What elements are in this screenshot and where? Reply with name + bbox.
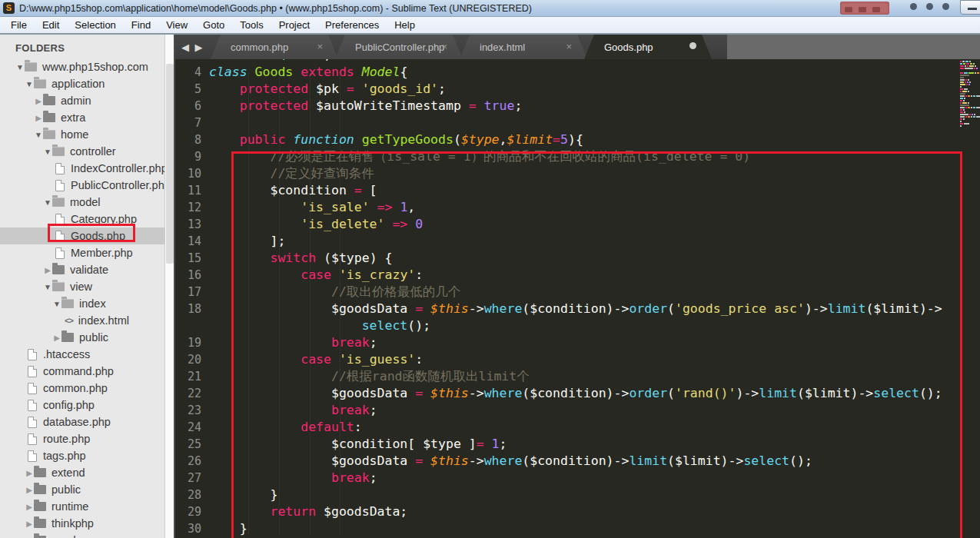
tree-folder-public[interactable]: ▶public [0,329,175,346]
tree-item-label: controller [70,145,116,158]
tree-file-config.php[interactable]: config.php [0,397,175,413]
line-number: 6 [175,98,209,115]
editor-column: ◀ ▶ common.php×PublicController.php×inde… [175,35,980,538]
line-number: 4 [175,64,209,81]
file-icon [28,400,37,411]
minimap-line [960,86,980,88]
tree-folder-application[interactable]: ▼application [0,75,175,92]
menu-item-find[interactable]: Find [124,17,158,33]
tab-common.php[interactable]: common.php× [211,35,338,59]
tree-file-category.php[interactable]: Category.php [0,211,175,227]
chevron-expanded-icon[interactable]: ▼ [52,300,61,308]
tree-file-route.php[interactable]: route.php [0,430,175,447]
chevron-collapsed-icon[interactable]: ▶ [43,266,52,274]
menu-item-tools[interactable]: Tools [232,17,271,33]
minimize-button[interactable] [960,0,980,15]
tree-file-member.php[interactable]: Member.php [0,244,175,261]
chevron-collapsed-icon[interactable]: ▶ [34,97,43,105]
chevron-expanded-icon[interactable]: ▼ [43,283,52,291]
tree-folder-controller[interactable]: ▼controller [0,143,175,160]
tree-folder-thinkphp[interactable]: ▶thinkphp [0,515,175,532]
sublime-logo-icon: S [3,2,15,14]
chevron-collapsed-icon[interactable]: ▶ [52,334,61,342]
tree-folder-model[interactable]: ▼model [0,194,175,211]
tree-file-publiccontroller.php[interactable]: PublicController.php [0,177,175,194]
tree-folder-runtime[interactable]: ▶runtime [0,498,175,515]
tree-file-common.php[interactable]: common.php [0,380,175,397]
chevron-collapsed-icon[interactable]: ▶ [25,486,34,494]
chevron-expanded-icon[interactable]: ▼ [43,148,52,156]
menu-item-project[interactable]: Project [271,17,317,33]
tree-folder-extra[interactable]: ▶extra [0,109,175,126]
tab-close-icon[interactable]: × [566,41,572,52]
menu-item-selection[interactable]: Selection [67,17,123,33]
tree-folder-admin[interactable]: ▶admin [0,92,175,109]
menu-item-edit[interactable]: Edit [35,17,67,33]
window-title: D:\www.php15shop.com\application\home\mo… [19,3,532,14]
code-editor[interactable]: 3use think\Model;4class Goods extends Mo… [175,59,980,538]
code-line: 28 } [175,487,942,503]
tree-folder-extend[interactable]: ▶extend [0,464,175,481]
tree-item-label: public [51,483,81,496]
titlebar-overlay-icons[interactable] [910,3,949,10]
code-line: 4class Goods extends Model{ [175,64,942,81]
chevron-collapsed-icon[interactable]: ▶ [25,503,34,511]
tab-publiccontroller.php[interactable]: PublicController.php× [335,35,463,59]
chevron-collapsed-icon[interactable]: ▶ [25,520,34,528]
menu-item-preferences[interactable]: Preferences [317,17,387,33]
tree-item-label: model [70,196,101,208]
tab-close-icon[interactable]: × [317,41,323,52]
tree-file-index.html[interactable]: <>index.html [0,312,175,329]
code-line: 15 switch ($type) { [175,250,942,267]
code-text: //必须是正在销售（is_sale = 1）的商品和不在回收站的商品(is_de… [209,149,750,164]
minimap-line [960,91,980,92]
tree-item-label: runtime [51,500,88,513]
menu-item-file[interactable]: File [3,17,35,33]
folder-icon [52,198,65,207]
menu-item-view[interactable]: View [158,17,195,33]
tree-folder-view[interactable]: ▼view [0,278,175,295]
tree-file-indexcontroller.php[interactable]: IndexController.php [0,160,175,177]
sidebar-scrollbar-thumb[interactable] [166,64,174,264]
tree-file-command.php[interactable]: command.php [0,363,175,380]
chevron-expanded-icon[interactable]: ▼ [25,80,34,88]
chevron-expanded-icon[interactable]: ▼ [15,63,25,71]
line-number: 24 [175,419,209,436]
code-text: break; [209,403,377,417]
tab-index.html[interactable]: index.html× [460,35,587,59]
tab-nav-arrows[interactable]: ◀ ▶ [181,42,204,53]
tree-folder-index[interactable]: ▼index [0,295,175,312]
tree-file-tags.php[interactable]: tags.php [0,447,175,464]
menu-item-goto[interactable]: Goto [195,17,232,33]
tree-file-goods.php[interactable]: Goods.php [0,227,175,244]
tree-folder-home[interactable]: ▼home [0,126,175,143]
code-text: select(); [209,318,430,333]
chevron-collapsed-icon[interactable]: ▶ [25,469,34,477]
code-lines: 3use think\Model;4class Goods extends Mo… [175,59,942,537]
minimap-line [960,114,980,115]
code-text: case 'is_crazy': [209,267,423,282]
chevron-expanded-icon[interactable]: ▼ [43,198,52,207]
tree-folder-vendor[interactable]: ▶vendor [0,532,175,538]
sidebar: FOLDERS ▼www.php15shop.com▼application▶a… [0,35,175,538]
tab-close-icon[interactable]: × [441,41,447,52]
menu-item-help[interactable]: Help [387,17,423,33]
code-text: $condition[ $type ]= 1; [209,437,507,451]
tree-file-.htaccess[interactable]: .htaccess [0,346,175,363]
chevron-collapsed-icon[interactable]: ▶ [34,114,43,122]
tree-folder-www.php15shop.com[interactable]: ▼www.php15shop.com [0,58,175,75]
tree-folder-validate[interactable]: ▶validate [0,261,175,278]
screen-recorder-overlay-button[interactable] [840,2,889,15]
tree-folder-public[interactable]: ▶public [0,481,175,498]
tree-item-label: Category.php [71,213,137,225]
tree-file-database.php[interactable]: database.php [0,413,175,430]
minimap[interactable] [960,61,980,128]
code-text: } [209,521,247,536]
chevron-expanded-icon[interactable]: ▼ [34,131,43,139]
tab-goods.php[interactable]: Goods.php [584,35,712,59]
sidebar-scrollbar[interactable] [164,35,174,538]
code-line: 21 //根据rand函数随机取出limit个 [175,368,942,385]
minimap-line [960,100,980,101]
minimap-line [960,63,980,65]
titlebar[interactable]: S D:\www.php15shop.com\application\home\… [0,0,980,17]
